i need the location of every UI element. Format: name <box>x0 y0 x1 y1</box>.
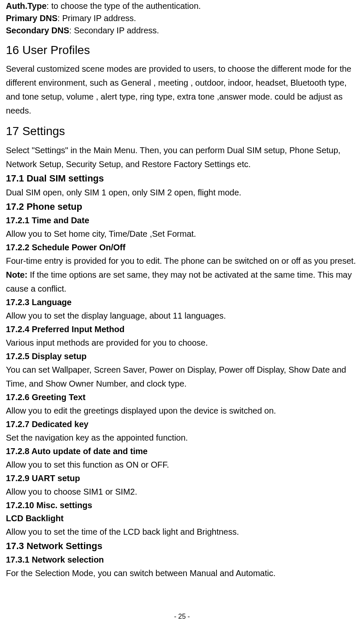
paragraph-17-2-5: You can set Wallpaper, Screen Saver, Pow… <box>6 363 361 391</box>
term-secondary-dns: Secondary DNS <box>6 26 69 35</box>
heading-17-2-7: 17.2.7 Dedicated key <box>6 418 361 431</box>
desc-secondary-dns: : Secondary IP address. <box>69 26 159 35</box>
heading-17-3: 17.3 Network Settings <box>6 539 361 553</box>
paragraph-17-2-8: Allow you to set this function as ON or … <box>6 458 361 472</box>
definition-secondary-dns: Secondary DNS: Secondary IP address. <box>6 24 361 37</box>
note-body: If the time options are set same, they m… <box>6 270 352 293</box>
page-number: - 25 - <box>0 613 364 620</box>
paragraph-17-2-2-note: Note: If the time options are set same, … <box>6 268 361 296</box>
heading-17-2-6: 17.2.6 Greeting Text <box>6 391 361 404</box>
heading-17-2-9: 17.2.9 UART setup <box>6 472 361 485</box>
paragraph-17-1: Dual SIM open, only SIM 1 open, only SIM… <box>6 186 361 200</box>
paragraph-settings-intro: Select "Settings" in the Main Menu. Then… <box>6 143 361 171</box>
heading-17-2: 17.2 Phone setup <box>6 200 361 214</box>
heading-17-2-2: 17.2.2 Schedule Power On/Off <box>6 241 361 254</box>
heading-16-user-profiles: 16 User Profiles <box>6 43 361 58</box>
paragraph-user-profiles: Several customized scene modes are provi… <box>6 62 361 118</box>
term-auth-type: Auth.Type <box>6 1 46 11</box>
heading-17-2-1: 17.2.1 Time and Date <box>6 214 361 227</box>
heading-17-settings: 17 Settings <box>6 124 361 139</box>
definition-primary-dns: Primary DNS: Primary IP address. <box>6 12 361 24</box>
paragraph-17-2-9: Allow you to choose SIM1 or SIM2. <box>6 485 361 499</box>
paragraph-17-2-6: Allow you to edit the greetings displaye… <box>6 404 361 418</box>
heading-17-1: 17.1 Dual SIM settings <box>6 171 361 186</box>
paragraph-17-3-1: For the Selection Mode, you can switch b… <box>6 566 361 580</box>
definition-auth-type: Auth.Type: to choose the type of the aut… <box>6 0 361 12</box>
subheading-lcd-backlight: LCD Backlight <box>6 512 361 525</box>
paragraph-17-2-3: Allow you to set the display language, a… <box>6 309 361 323</box>
heading-17-2-3: 17.2.3 Language <box>6 296 361 309</box>
heading-17-3-1: 17.3.1 Network selection <box>6 553 361 566</box>
term-primary-dns: Primary DNS <box>6 14 57 23</box>
paragraph-17-2-7: Set the navigation key as the appointed … <box>6 431 361 445</box>
note-label: Note: <box>6 270 27 279</box>
heading-17-2-10: 17.2.10 Misc. settings <box>6 499 361 512</box>
heading-17-2-8: 17.2.8 Auto update of date and time <box>6 445 361 458</box>
document-body: Auth.Type: to choose the type of the aut… <box>6 0 361 580</box>
desc-primary-dns: : Primary IP address. <box>57 14 136 23</box>
heading-17-2-5: 17.2.5 Display setup <box>6 350 361 363</box>
paragraph-17-2-10: Allow you to set the time of the LCD bac… <box>6 525 361 539</box>
paragraph-17-2-1: Allow you to Set home city, Time/Date ,S… <box>6 227 361 241</box>
paragraph-17-2-2: Four-time entry is provided for you to e… <box>6 254 361 268</box>
desc-auth-type: : to choose the type of the authenticati… <box>46 1 201 11</box>
heading-17-2-4: 17.2.4 Preferred Input Method <box>6 323 361 336</box>
paragraph-17-2-4: Various input methods are provided for y… <box>6 336 361 350</box>
